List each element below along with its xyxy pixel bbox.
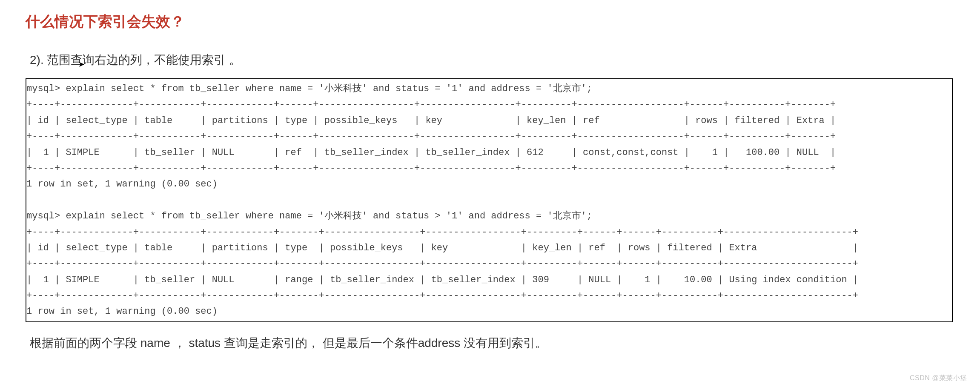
table-border: +----+-------------+-----------+--------… — [26, 224, 952, 240]
table-data-row-1: | 1 | SIMPLE | tb_seller | NULL | ref | … — [26, 145, 952, 161]
result-footer-1: 1 row in set, 1 warning (0.00 sec) — [26, 176, 952, 192]
result-footer-2: 1 row in set, 1 warning (0.00 sec) — [26, 304, 952, 319]
watermark: CSDN @菜菜小堡 — [910, 374, 967, 383]
sql-prompt-2: mysql> explain select * from tb_seller w… — [26, 208, 952, 224]
title-heading: 什么情况下索引会失效？ — [26, 12, 954, 32]
table-border: +----+-------------+-----------+--------… — [26, 129, 952, 144]
table-border: +----+-------------+-----------+--------… — [26, 256, 952, 272]
page: 什么情况下索引会失效？ ➤ 2). 范围查询右边的列，不能使用索引 。 mysq… — [0, 0, 980, 387]
table-border: +----+-------------+-----------+--------… — [26, 161, 952, 176]
table-border: +----+-------------+-----------+--------… — [26, 288, 952, 304]
blank-line — [26, 192, 952, 208]
sql-output-box: mysql> explain select * from tb_seller w… — [26, 78, 953, 322]
table-header-row-1: | id | select_type | table | partitions … — [26, 113, 952, 129]
sql-prompt-1: mysql> explain select * from tb_seller w… — [26, 81, 952, 97]
table-data-row-2: | 1 | SIMPLE | tb_seller | NULL | range … — [26, 272, 952, 288]
section-subtitle: 2). 范围查询右边的列，不能使用索引 。 — [30, 52, 954, 68]
table-border: +----+-------------+-----------+--------… — [26, 97, 952, 112]
table-header-row-2: | id | select_type | table | partitions … — [26, 240, 952, 256]
explanation-paragraph: 根据前面的两个字段 name ， status 查询是走索引的， 但是最后一个条… — [30, 335, 954, 351]
